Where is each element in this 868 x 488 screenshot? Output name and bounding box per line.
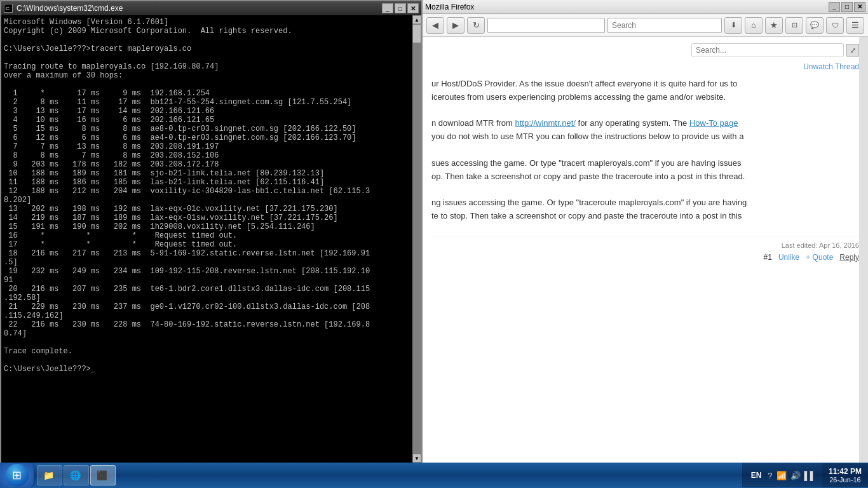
post-para-5: sues accessing the game. Or type "tracer… xyxy=(431,157,859,170)
menu-btn[interactable]: ☰ xyxy=(846,17,864,34)
chat-btn[interactable]: 💬 xyxy=(806,17,824,34)
cmd-titlebar: C: C:\Windows\system32\cmd.exe _ □ ✕ xyxy=(1,1,421,15)
screenshot-btn[interactable]: ⊡ xyxy=(785,17,803,34)
post-para-6: op. Then take a screenshot or copy and p… xyxy=(431,170,859,184)
browser-title-label: Mozilla Firefox xyxy=(425,3,474,11)
browser-scrollbar[interactable] xyxy=(859,37,868,464)
post-para-3: n download MTR from http://winmtr.net/ f… xyxy=(431,117,859,130)
post-meta: Last edited: Apr 16, 2016 #1 Unlike + Qu… xyxy=(431,236,859,262)
scrollbar-track[interactable] xyxy=(412,24,421,454)
system-tray: EN ? 📶 🔊 ▌▌ xyxy=(742,463,822,487)
last-edited-label: Last edited: Apr 16, 2016 xyxy=(782,241,859,249)
browser-window-controls: _ □ ✕ xyxy=(829,2,865,12)
cmd-output: Microsoft Windows [Version 6.1.7601] Cop… xyxy=(1,15,421,463)
volume-icon[interactable]: 🔊 xyxy=(790,471,801,480)
battery-icon: ▌▌ xyxy=(804,471,816,480)
scrollbar-down-btn[interactable]: ▼ xyxy=(412,454,421,463)
clock-area[interactable]: 11:42 PM 26-Jun-16 xyxy=(822,463,868,487)
explorer-icon: 📁 xyxy=(43,470,54,481)
post-actions: #1 Unlike + Quote Reply xyxy=(431,253,859,262)
howto-link[interactable]: How-To page xyxy=(689,118,738,128)
post-para-4: you do not wish to use MTR you can follo… xyxy=(431,130,859,144)
reply-btn[interactable]: Reply xyxy=(839,253,859,262)
browser-content: ⤢ Unwatch Thread ur Host/DDoS Provider. … xyxy=(423,37,868,464)
taskbar-item-firefox[interactable]: 🌐 xyxy=(64,465,89,485)
download-btn[interactable]: ⬇ xyxy=(724,17,742,34)
browser-search-input[interactable] xyxy=(607,18,722,33)
refresh-btn[interactable]: ↻ xyxy=(467,17,485,34)
start-orb: ⊞ xyxy=(6,464,29,487)
cmd-title: C: C:\Windows\system32\cmd.exe xyxy=(4,4,123,13)
cmd-app-icon: C: xyxy=(4,4,13,13)
post-number: #1 xyxy=(764,253,772,262)
bookmark-btn[interactable]: ★ xyxy=(765,17,783,34)
cmd-window-controls: _ □ ✕ xyxy=(382,3,419,13)
unwatch-thread-link[interactable]: Unwatch Thread xyxy=(431,62,859,71)
browser-maximize-btn[interactable]: □ xyxy=(841,2,853,12)
post-para-7: ng issues accessing the game. Or type "t… xyxy=(431,196,859,210)
home-btn[interactable]: ⌂ xyxy=(745,17,763,34)
unlike-btn[interactable]: Unlike xyxy=(778,253,799,262)
browser-navbar: ◀ ▶ ↻ ⬇ ⌂ ★ ⊡ 💬 🛡 ☰ xyxy=(423,14,868,37)
cmd-maximize-btn[interactable]: □ xyxy=(395,3,406,13)
language-indicator: EN xyxy=(749,471,764,480)
help-icon[interactable]: ? xyxy=(768,471,772,480)
clock-date: 26-Jun-16 xyxy=(829,476,861,484)
forum-search-expand-btn[interactable]: ⤢ xyxy=(846,44,859,57)
shield-btn[interactable]: 🛡 xyxy=(826,17,844,34)
post-para-2: iceroutes from users experiencing proble… xyxy=(431,91,859,104)
cmd-title-label: C:\Windows\system32\cmd.exe xyxy=(17,4,123,13)
windows-logo-icon: ⊞ xyxy=(12,468,22,482)
browser-minimize-btn[interactable]: _ xyxy=(829,2,840,12)
desktop: C: C:\Windows\system32\cmd.exe _ □ ✕ Mic… xyxy=(0,0,868,488)
forum-search-input[interactable] xyxy=(691,43,844,57)
browser-close-btn[interactable]: ✕ xyxy=(854,2,865,12)
mtr-link[interactable]: http://winmtr.net/ xyxy=(515,118,576,128)
cmd-window: C: C:\Windows\system32\cmd.exe _ □ ✕ Mic… xyxy=(0,0,423,464)
post-body: ur Host/DDoS Provider. As the issue does… xyxy=(431,78,859,223)
cmd-icon: ⬛ xyxy=(96,470,107,481)
quote-btn[interactable]: + Quote xyxy=(806,253,833,262)
browser-window: Mozilla Firefox _ □ ✕ ◀ ▶ ↻ ⬇ ⌂ ★ ⊡ 💬 🛡 … xyxy=(423,0,868,464)
start-button[interactable]: ⊞ xyxy=(0,463,34,487)
cmd-close-btn[interactable]: ✕ xyxy=(407,3,419,13)
browser-titlebar: Mozilla Firefox _ □ ✕ xyxy=(423,0,868,14)
forum-search-wrap: ⤢ xyxy=(431,43,859,57)
taskbar: ⊞ 📁 🌐 ⬛ EN ? 📶 🔊 ▌▌ 11:42 PM 26-Jun-16 xyxy=(0,463,868,488)
taskbar-item-cmd[interactable]: ⬛ xyxy=(90,465,116,485)
address-bar[interactable] xyxy=(487,18,605,33)
taskbar-item-explorer[interactable]: 📁 xyxy=(37,465,62,485)
forward-btn[interactable]: ▶ xyxy=(447,17,465,34)
cmd-scrollbar[interactable]: ▲ ▼ xyxy=(412,15,421,463)
forum-page: ⤢ Unwatch Thread ur Host/DDoS Provider. … xyxy=(423,37,868,268)
clock-time: 11:42 PM xyxy=(829,467,862,476)
post-para-1: ur Host/DDoS Provider. As the issue does… xyxy=(431,78,859,91)
scrollbar-thumb[interactable] xyxy=(412,24,421,43)
cmd-minimize-btn[interactable]: _ xyxy=(382,3,393,13)
firefox-icon: 🌐 xyxy=(69,470,81,481)
post-para-8: te to stop. Then take a screenshot or co… xyxy=(431,210,859,223)
network-icon[interactable]: 📶 xyxy=(776,471,787,480)
scrollbar-up-btn[interactable]: ▲ xyxy=(412,15,421,24)
back-btn[interactable]: ◀ xyxy=(426,17,444,34)
taskbar-items: 📁 🌐 ⬛ xyxy=(34,465,742,485)
